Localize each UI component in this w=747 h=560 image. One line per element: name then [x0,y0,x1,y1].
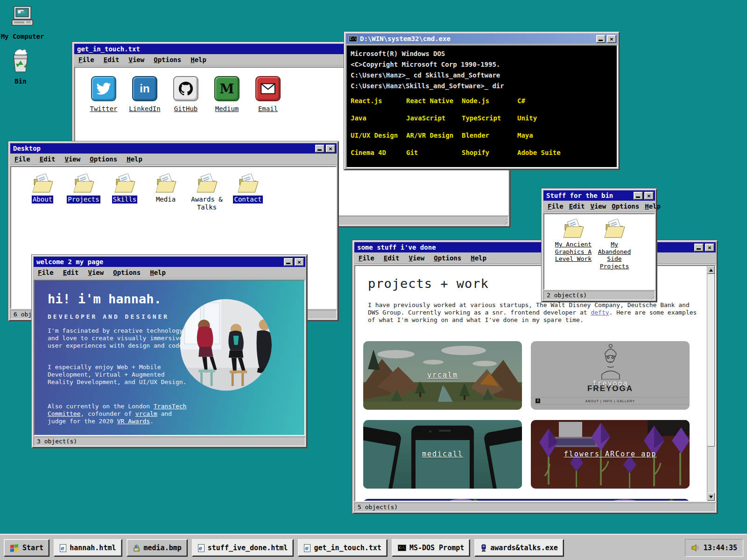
folder-label[interactable]: Skills [112,196,138,203]
menu-options[interactable]: Options [154,56,181,65]
menu-options[interactable]: Options [90,155,117,165]
vr-awards-link[interactable]: VR Awards [117,418,150,425]
project-card-partial[interactable] [363,499,690,502]
taskbar-item-get-in-touch[interactable]: e get_in_touch.txt [298,539,388,557]
folder-label[interactable]: My Abandoned Side Projects [594,241,634,270]
folder-skills[interactable]: Skills [105,174,145,203]
desktop-icon-bin[interactable]: Bin [0,48,43,85]
freyoga-sketch [594,343,627,379]
menu-edit[interactable]: Edit [40,155,56,165]
project-link[interactable]: vrcalm [363,371,522,379]
folder-ancient-graphics[interactable]: My Ancient Graphics A Level Work [553,219,593,263]
social-label[interactable]: GitHub [174,105,198,112]
menu-file[interactable]: File [78,56,94,65]
taskbar-item-ms-dos[interactable]: C:\ MS-DOS Prompt [392,539,470,557]
speaker-icon[interactable] [691,544,699,552]
close-button[interactable]: × [644,192,654,200]
folder-label[interactable]: Projects [67,196,100,203]
minimize-button[interactable] [596,35,606,43]
menu-view[interactable]: View [409,254,424,264]
projects-titlebar[interactable]: some stuff i've done × [354,242,716,252]
minimize-button[interactable] [694,244,704,252]
menu-view[interactable]: View [590,203,606,212]
menu-options[interactable]: Options [612,203,639,212]
close-button[interactable]: × [705,244,714,252]
scroll-down-button[interactable] [707,493,715,501]
social-github[interactable]: GitHub [166,76,206,113]
folder-media[interactable]: Media [146,174,186,203]
menu-edit[interactable]: Edit [104,56,120,65]
taskbar-item-awards-talks[interactable]: awards&talks.exe [474,539,564,557]
project-card-freyoga[interactable]: freyoga FREYOGA ABOUT | INFO | GALLERY f [531,341,690,410]
menu-file[interactable]: File [359,254,374,264]
social-twitter[interactable]: Twitter [84,76,124,113]
folder-awards-talks[interactable]: Awards & Talks [187,174,227,211]
vrcalm-link[interactable]: vrcalm [135,410,157,417]
social-label[interactable]: Medium [215,105,239,112]
project-card-flowers[interactable]: flowers ARCore app [531,420,690,489]
minimize-button[interactable] [284,258,293,266]
defty-link[interactable]: defty [591,309,609,316]
minimize-button[interactable] [634,192,643,200]
menu-file[interactable]: File [14,155,30,165]
folder-label[interactable]: Awards & Talks [187,196,227,211]
welcome-titlebar[interactable]: welcome 2 my page × [34,257,305,267]
menu-edit[interactable]: Edit [569,203,585,212]
bin-stuff-titlebar[interactable]: Stuff for the bin × [543,190,655,201]
start-button[interactable]: Start [4,539,49,557]
social-linkedin[interactable]: in LinkedIn [125,76,165,113]
project-card-vrcalm[interactable]: vrcalm [363,341,522,410]
folder-label[interactable]: My Ancient Graphics A Level Work [553,241,593,263]
resize-grip[interactable] [648,293,654,299]
minimize-button[interactable] [315,145,324,153]
close-button[interactable]: × [326,145,335,153]
vertical-scrollbar[interactable] [707,266,715,501]
taskbar-item-media-bmp[interactable]: media.bmp [127,539,188,557]
menu-view[interactable]: View [128,56,144,65]
folder-projects[interactable]: Projects [63,174,104,203]
scroll-up-button[interactable] [707,266,715,274]
folder-label[interactable]: Media [156,196,176,203]
folder-label[interactable]: Contact [233,196,262,203]
menu-view[interactable]: View [88,269,104,278]
menu-options[interactable]: Options [434,254,461,264]
folder-icon [237,174,259,193]
close-button[interactable]: × [295,258,304,266]
scrollbar-thumb[interactable] [707,274,715,447]
menu-file[interactable]: File [548,203,564,212]
project-link[interactable]: flowers ARCore app [531,450,690,458]
menu-edit[interactable]: Edit [384,254,400,264]
desktop-icon-my-computer[interactable]: My Computer [0,6,45,40]
folder-contact[interactable]: Contact [228,174,268,203]
taskbar-item-hannah-html[interactable]: e hannah.html [54,539,122,557]
linkedin-icon[interactable]: in [132,76,157,101]
menu-file[interactable]: File [38,269,54,278]
close-button[interactable]: × [607,35,616,43]
menu-options[interactable]: Options [113,269,141,278]
taskbar-item-stuff-ive-done[interactable]: e stuff_ive_done.html [192,539,294,557]
github-icon[interactable] [173,76,198,101]
cmd-titlebar[interactable]: C:\ D:\WIN\system32\cmd.exe × [346,34,618,44]
twitter-icon[interactable] [91,76,116,101]
menu-help[interactable]: Help [150,269,166,278]
menu-help[interactable]: Help [190,56,206,65]
social-label[interactable]: LinkedIn [129,105,160,112]
social-label[interactable]: Twitter [90,105,117,112]
resize-grip[interactable] [501,218,507,224]
social-label[interactable]: Email [258,105,278,112]
folder-about[interactable]: About [22,174,63,203]
menu-help[interactable]: Help [471,254,486,264]
email-icon[interactable] [255,76,281,101]
menu-view[interactable]: View [64,155,80,165]
project-link[interactable]: medicall [363,450,522,458]
social-email[interactable]: Email [248,76,288,113]
folder-abandoned-projects[interactable]: My Abandoned Side Projects [594,219,634,270]
social-medium[interactable]: M Medium [207,76,247,113]
menu-help[interactable]: Help [127,155,142,165]
project-card-medicall[interactable]: mediCall mediCall mediCall medicall [363,420,522,489]
folder-label[interactable]: About [32,196,53,203]
medium-icon[interactable]: M [214,76,240,101]
menu-help[interactable]: Help [645,203,661,212]
menu-edit[interactable]: Edit [63,269,79,278]
desktop-titlebar[interactable]: Desktop × [10,143,337,154]
